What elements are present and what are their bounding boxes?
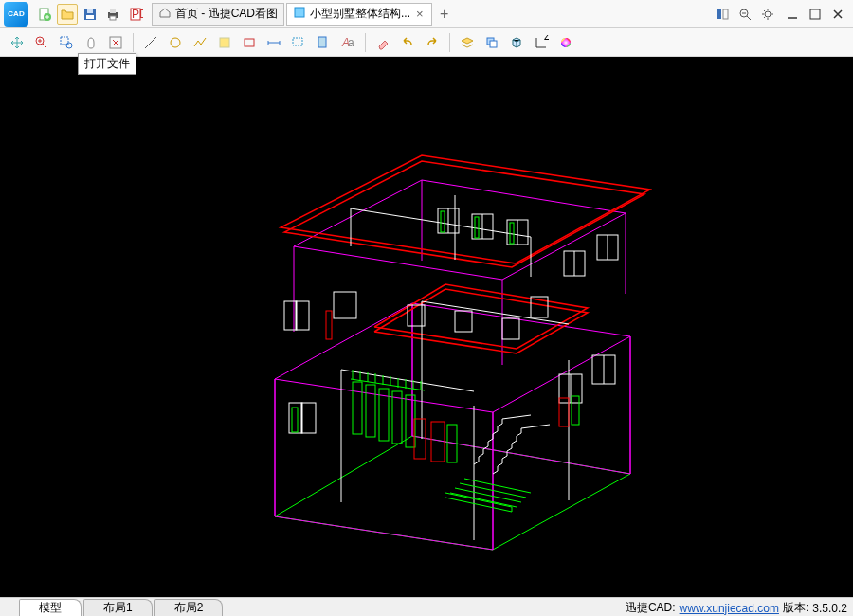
- circle-icon[interactable]: [164, 31, 187, 54]
- svg-rect-42: [392, 391, 402, 444]
- zoom-region-icon[interactable]: [30, 31, 53, 54]
- panel-toggle-icon[interactable]: [713, 5, 732, 24]
- svg-rect-74: [414, 419, 426, 459]
- maximize-button[interactable]: [806, 5, 825, 24]
- line-icon[interactable]: [139, 31, 162, 54]
- settings-icon[interactable]: [758, 5, 777, 24]
- zoom-extents-icon[interactable]: [104, 31, 127, 54]
- copy-stack-icon[interactable]: [481, 31, 503, 54]
- product-name: 迅捷CAD:: [626, 600, 676, 616]
- svg-rect-81: [475, 217, 479, 238]
- svg-rect-28: [490, 41, 497, 47]
- doc-icon: [293, 6, 306, 22]
- tooltip: 打开文件: [78, 53, 136, 75]
- svg-text:a: a: [348, 36, 354, 49]
- quick-access-toolbar: PDF: [34, 4, 146, 25]
- svg-rect-76: [326, 311, 332, 339]
- svg-marker-31: [275, 436, 630, 550]
- home-icon: [158, 6, 172, 22]
- svg-rect-7: [110, 16, 116, 20]
- svg-rect-3: [86, 15, 94, 19]
- svg-rect-71: [502, 318, 519, 339]
- leader-icon[interactable]: [287, 31, 310, 54]
- svg-rect-35: [301, 403, 302, 433]
- highlight-icon[interactable]: [213, 31, 236, 54]
- titlebar: CAD PDF 首页 - 迅捷CAD看图 小型别墅整体结构... × +: [0, 0, 853, 28]
- save-button[interactable]: [80, 4, 100, 25]
- tab-title: 小型别墅整体结构...: [310, 6, 410, 22]
- print-button[interactable]: [102, 4, 123, 25]
- document-tabs: 首页 - 迅捷CAD看图 小型别墅整体结构... × +: [152, 3, 713, 26]
- tab-title: 首页 - 迅捷CAD看图: [175, 6, 278, 22]
- erase-icon[interactable]: [372, 31, 394, 54]
- color-wheel-icon[interactable]: [554, 31, 577, 54]
- polyline-icon[interactable]: [189, 31, 211, 54]
- minimize-button[interactable]: [783, 5, 802, 24]
- new-file-button[interactable]: [34, 4, 55, 25]
- svg-rect-38: [334, 292, 356, 318]
- close-tab-button[interactable]: ×: [414, 7, 426, 21]
- svg-rect-15: [810, 9, 820, 19]
- layout-tab-layout1[interactable]: 布局1: [83, 599, 153, 616]
- cad-wireframe: [0, 57, 853, 597]
- svg-rect-82: [510, 223, 514, 244]
- svg-rect-12: [723, 9, 728, 19]
- svg-rect-78: [572, 396, 579, 425]
- tab-home[interactable]: 首页 - 迅捷CAD看图: [152, 3, 284, 26]
- main-toolbar: Aa z 打开文件: [0, 28, 853, 57]
- tab-document[interactable]: 小型别墅整体结构... ×: [286, 3, 432, 26]
- redo-icon[interactable]: [421, 31, 444, 54]
- undo-icon[interactable]: [396, 31, 419, 54]
- layout-tab-layout2[interactable]: 布局2: [154, 599, 224, 616]
- product-link[interactable]: www.xunjiecad.com: [680, 602, 779, 615]
- svg-rect-70: [455, 311, 472, 332]
- status-bar: 迅捷CAD: www.xunjiecad.com 版本: 3.5.0.2: [626, 600, 847, 616]
- svg-text:PDF: PDF: [132, 8, 143, 21]
- window-controls: [783, 5, 847, 24]
- separator: [133, 33, 134, 52]
- dim-icon[interactable]: [263, 31, 285, 54]
- svg-rect-10: [295, 8, 304, 17]
- add-tab-button[interactable]: +: [434, 4, 455, 25]
- svg-point-20: [171, 38, 180, 47]
- zoom-window-icon[interactable]: [55, 31, 78, 54]
- svg-rect-6: [110, 9, 116, 13]
- svg-rect-39: [353, 382, 362, 434]
- svg-rect-4: [87, 9, 93, 13]
- viewport-3d[interactable]: [0, 57, 853, 597]
- separator: [449, 33, 450, 52]
- version-number: 3.5.0.2: [812, 602, 847, 615]
- rect-icon[interactable]: [238, 31, 261, 54]
- svg-marker-32: [284, 161, 644, 267]
- window-controls-left: [713, 5, 777, 24]
- text-icon[interactable]: Aa: [336, 31, 359, 54]
- svg-text:z: z: [544, 35, 549, 43]
- separator: [365, 33, 366, 52]
- svg-point-18: [66, 43, 72, 48]
- 3d-cube-icon[interactable]: [505, 31, 528, 54]
- zoom-out-icon[interactable]: [735, 5, 754, 24]
- export-pdf-button[interactable]: PDF: [125, 4, 146, 25]
- svg-rect-80: [441, 211, 445, 232]
- svg-rect-24: [318, 37, 326, 47]
- version-label: 版本:: [783, 600, 808, 616]
- move-icon[interactable]: [6, 31, 28, 54]
- layout-tabs: 模型 布局1 布局2 迅捷CAD: www.xunjiecad.com 版本: …: [0, 597, 853, 616]
- pan-icon[interactable]: [80, 31, 102, 54]
- axis-icon[interactable]: z: [530, 31, 553, 54]
- layout-tab-model[interactable]: 模型: [19, 599, 82, 616]
- svg-rect-37: [296, 301, 297, 330]
- svg-rect-23: [293, 38, 302, 45]
- svg-rect-11: [717, 9, 721, 19]
- open-file-button[interactable]: [57, 4, 78, 25]
- svg-point-14: [765, 11, 771, 17]
- svg-marker-33: [281, 155, 650, 263]
- close-window-button[interactable]: [828, 5, 847, 24]
- svg-rect-40: [366, 385, 375, 437]
- layers-icon[interactable]: [456, 31, 479, 54]
- svg-rect-22: [245, 39, 254, 46]
- svg-rect-21: [220, 38, 229, 47]
- svg-rect-79: [292, 408, 298, 432]
- app-logo: CAD: [4, 2, 28, 27]
- layer-icon[interactable]: [312, 31, 335, 54]
